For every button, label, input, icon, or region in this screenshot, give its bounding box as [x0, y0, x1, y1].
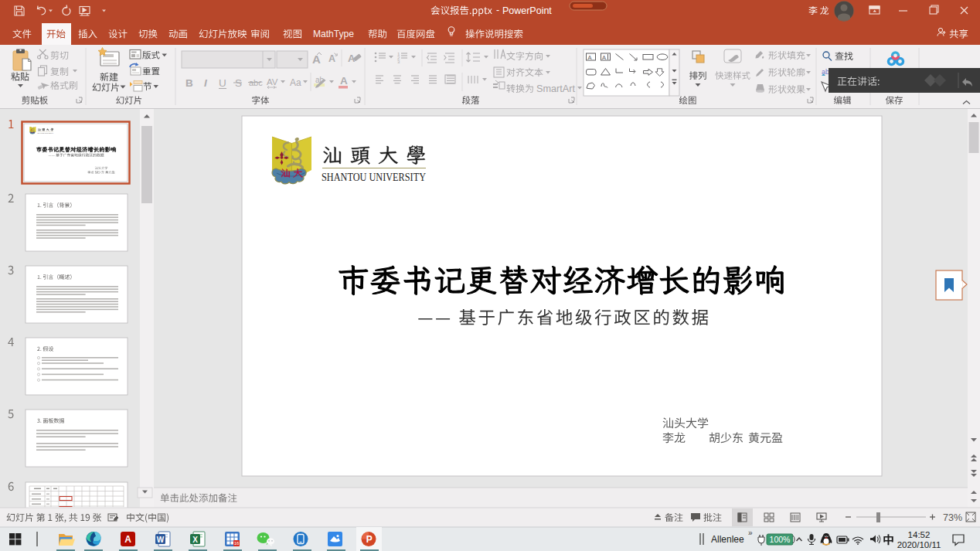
svg-text:A: A — [328, 53, 335, 64]
svg-text:2020/10/11: 2020/10/11 — [897, 540, 941, 549]
svg-text:A: A — [312, 53, 321, 66]
svg-text:-: - — [496, 5, 499, 15]
svg-text:14:52: 14:52 — [908, 530, 931, 539]
svg-text:SmartArt: SmartArt — [536, 83, 576, 94]
svg-text:SHANTOU UNIVERSITY: SHANTOU UNIVERSITY — [37, 132, 53, 134]
svg-text:X: X — [192, 536, 198, 544]
svg-text:PowerPoint: PowerPoint — [502, 5, 552, 16]
svg-text:73%: 73% — [943, 512, 962, 523]
svg-text:A: A — [602, 54, 606, 61]
svg-text:Allenlee: Allenlee — [711, 534, 744, 545]
svg-text:MathType: MathType — [313, 28, 354, 39]
svg-text:A: A — [588, 54, 592, 61]
svg-text:A: A — [340, 75, 348, 87]
svg-text:P: P — [366, 534, 373, 545]
svg-text:W: W — [157, 536, 165, 544]
svg-text:A: A — [124, 534, 131, 545]
svg-text:100%: 100% — [770, 535, 791, 544]
svg-text:AV: AV — [267, 77, 278, 87]
svg-text:U: U — [219, 77, 226, 89]
svg-text:»: » — [748, 529, 753, 537]
svg-text:I: I — [204, 77, 207, 89]
svg-text:Aa: Aa — [290, 77, 301, 88]
svg-text:B: B — [185, 77, 193, 89]
svg-text:SHANTOU UNIVERSITY: SHANTOU UNIVERSITY — [322, 172, 426, 183]
svg-text:16: 16 — [234, 541, 240, 546]
